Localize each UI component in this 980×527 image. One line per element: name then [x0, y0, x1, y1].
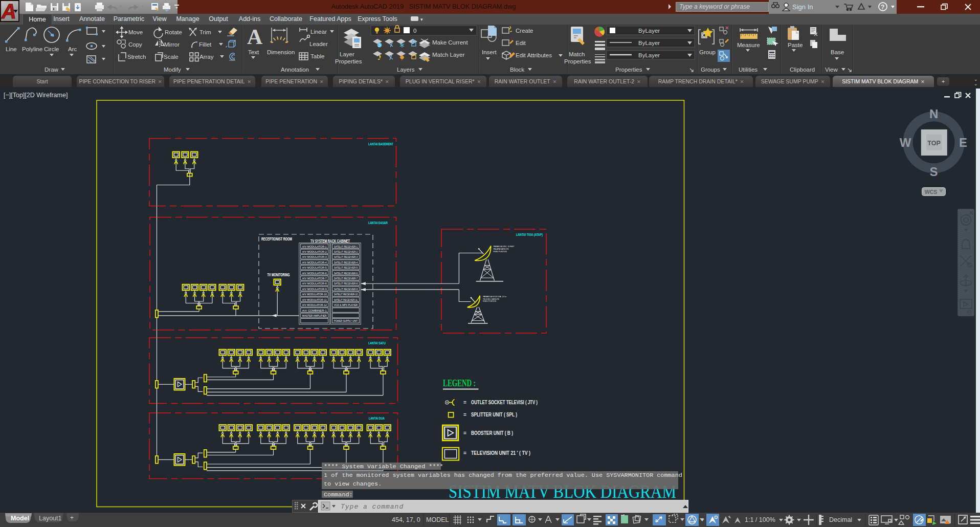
svg-text:TOP: TOP	[927, 140, 940, 147]
svg-text:A/V MODULATOR-12: A/V MODULATOR-12	[302, 303, 327, 306]
svg-text:LANTAI DUA: LANTAI DUA	[369, 416, 385, 420]
svg-text:A/V MODULATOR-11: A/V MODULATOR-11	[302, 298, 327, 301]
svg-text:Layout1: Layout1	[39, 515, 62, 522]
svg-text:Fillet: Fillet	[199, 41, 212, 48]
svg-text:Annotation: Annotation	[281, 67, 309, 73]
svg-text:Trim: Trim	[199, 29, 211, 35]
svg-text:Properties: Properties	[335, 58, 362, 64]
svg-text:?: ?	[881, 4, 884, 11]
svg-text:ByLayer: ByLayer	[638, 28, 660, 34]
svg-text:Measure: Measure	[737, 42, 760, 48]
svg-text:454, 17, 0: 454, 17, 0	[392, 516, 420, 523]
svg-text:SATELIT RECEIVER-5: SATELIT RECEIVER-5	[334, 266, 358, 269]
svg-text:WCS: WCS	[925, 189, 938, 195]
svg-text:Dimension: Dimension	[267, 49, 295, 55]
svg-text:Array: Array	[199, 54, 214, 60]
svg-text:Insert: Insert	[482, 49, 497, 55]
svg-text:+: +	[70, 514, 74, 521]
svg-text:Decimal: Decimal	[829, 516, 852, 523]
svg-text:E: E	[959, 136, 967, 149]
svg-text:Groups: Groups	[701, 67, 720, 73]
svg-text:A/V COMBINER-1: A/V COMBINER-1	[302, 309, 327, 312]
svg-text:LANTAI SATU: LANTAI SATU	[368, 341, 386, 345]
svg-text:Properties: Properties	[564, 58, 591, 64]
svg-text:Match: Match	[569, 51, 585, 57]
svg-text:Make Current: Make Current	[432, 39, 468, 46]
svg-text:Move: Move	[128, 29, 143, 35]
svg-text:OUTLET SOCKET TELEVISI ( JTV ): OUTLET SOCKET TELEVISI ( JTV )	[471, 400, 538, 405]
svg-text:Type a command: Type a command	[341, 503, 404, 511]
svg-text:=: =	[463, 430, 466, 436]
svg-text:A/V MODULATOR-3: A/V MODULATOR-3	[302, 255, 327, 258]
svg-text:Line: Line	[6, 46, 17, 52]
svg-text:Utilities: Utilities	[739, 67, 758, 73]
svg-text:Layers: Layers	[397, 67, 415, 73]
svg-text:Group: Group	[699, 49, 716, 55]
svg-text:Circle: Circle	[44, 46, 59, 52]
svg-text:W: W	[900, 136, 911, 149]
svg-text:A/V MODULATOR-9: A/V MODULATOR-9	[302, 287, 327, 291]
svg-text:Rotate: Rotate	[165, 29, 182, 35]
svg-text:Layer: Layer	[340, 51, 354, 57]
svg-text:SPLITTER UNIT ( SPL ): SPLITTER UNIT ( SPL )	[471, 412, 517, 418]
svg-text:Match Layer: Match Layer	[432, 52, 464, 58]
svg-text:Linear: Linear	[310, 29, 327, 35]
svg-text:LEGEND :: LEGEND :	[443, 378, 476, 388]
svg-text:ByLayer: ByLayer	[638, 40, 660, 46]
svg-text:LANTAI TIGA (ATAP): LANTAI TIGA (ATAP)	[516, 233, 543, 237]
svg-text:Properties: Properties	[615, 67, 642, 73]
svg-text:Sign In: Sign In	[792, 3, 813, 11]
svg-text:Clipboard: Clipboard	[790, 67, 815, 73]
svg-text:Arc: Arc	[68, 46, 77, 52]
svg-text:=: =	[463, 450, 466, 456]
svg-text:Base: Base	[831, 49, 844, 55]
svg-text:A: A	[247, 25, 263, 49]
svg-text:SATELIT RECEIVER-7: SATELIT RECEIVER-7	[334, 276, 358, 280]
svg-text:ByLayer: ByLayer	[638, 52, 660, 58]
svg-text:Edit: Edit	[516, 40, 526, 46]
svg-text:VCD & MP3 PLAYER: VCD & MP3 PLAYER	[334, 303, 358, 306]
svg-text:A/V MODULATOR-5: A/V MODULATOR-5	[302, 266, 327, 269]
svg-text:Create: Create	[516, 28, 533, 34]
svg-text:=: =	[463, 412, 466, 418]
svg-text:Stretch: Stretch	[127, 54, 146, 60]
svg-text:A/V MODULATOR-4: A/V MODULATOR-4	[302, 260, 327, 264]
svg-text:FIXED POSITION: FIXED POSITION	[483, 300, 496, 302]
svg-text:Draw: Draw	[44, 67, 59, 73]
svg-text:A/V MODULATOR-6: A/V MODULATOR-6	[302, 271, 327, 275]
svg-text:POWER SUPPLY UNIT: POWER SUPPLY UNIT	[334, 319, 358, 322]
svg-text:SATELIT RECEIVER-10: SATELIT RECEIVER-10	[334, 292, 358, 296]
svg-text:SATELIT RECEIVER-4: SATELIT RECEIVER-4	[334, 260, 358, 264]
svg-text:Polyline: Polyline	[22, 46, 42, 52]
svg-text:SATELIT RECEIVER-9: SATELIT RECEIVER-9	[334, 287, 358, 291]
svg-text:A/V MODULATOR-8: A/V MODULATOR-8	[302, 281, 327, 285]
svg-text:Table: Table	[310, 53, 325, 59]
svg-text:A/V MODULATOR-2: A/V MODULATOR-2	[302, 250, 327, 253]
svg-text:Modify: Modify	[164, 67, 181, 73]
svg-text:SATELIT RECEIVER-3: SATELIT RECEIVER-3	[334, 255, 358, 258]
svg-text:Model: Model	[11, 515, 29, 522]
svg-text:A/V MODULATOR-10: A/V MODULATOR-10	[302, 292, 327, 296]
svg-text:Edit Attributes: Edit Attributes	[516, 52, 552, 58]
svg-text:View: View	[825, 67, 838, 73]
svg-text:MASTER AMPLIFIER: MASTER AMPLIFIER	[302, 314, 327, 317]
svg-text:0: 0	[413, 28, 416, 34]
svg-text:BOOSTER UNIT ( B ): BOOSTER UNIT ( B )	[471, 430, 513, 436]
svg-text:Paste: Paste	[788, 42, 803, 48]
svg-text:SATELIT RECEIVER-11: SATELIT RECEIVER-11	[334, 298, 358, 301]
svg-text:MODEL: MODEL	[426, 516, 449, 523]
svg-text:SATELIT RECEIVER-2: SATELIT RECEIVER-2	[334, 250, 358, 253]
svg-text:SATELIT RECEIVER-6: SATELIT RECEIVER-6	[334, 271, 358, 275]
svg-text:1:1 / 100%: 1:1 / 100%	[745, 516, 775, 523]
svg-text:Leader: Leader	[309, 41, 328, 47]
svg-text:FIXED POSITION: FIXED POSITION	[494, 250, 507, 253]
svg-text:Mirror: Mirror	[164, 41, 180, 48]
svg-text:A/V MODULATOR-7: A/V MODULATOR-7	[302, 276, 327, 280]
svg-text:Block: Block	[510, 67, 524, 73]
svg-text:N: N	[929, 107, 938, 121]
svg-text:A: A	[1, 0, 16, 23]
svg-text:TELEVISION UNIT 21 ' ( TV ): TELEVISION UNIT 21 ' ( TV )	[471, 450, 530, 456]
svg-text:Copy: Copy	[128, 41, 142, 48]
svg-text:Text: Text	[248, 49, 259, 55]
svg-text:A/V MODULATOR-1: A/V MODULATOR-1	[302, 245, 327, 248]
